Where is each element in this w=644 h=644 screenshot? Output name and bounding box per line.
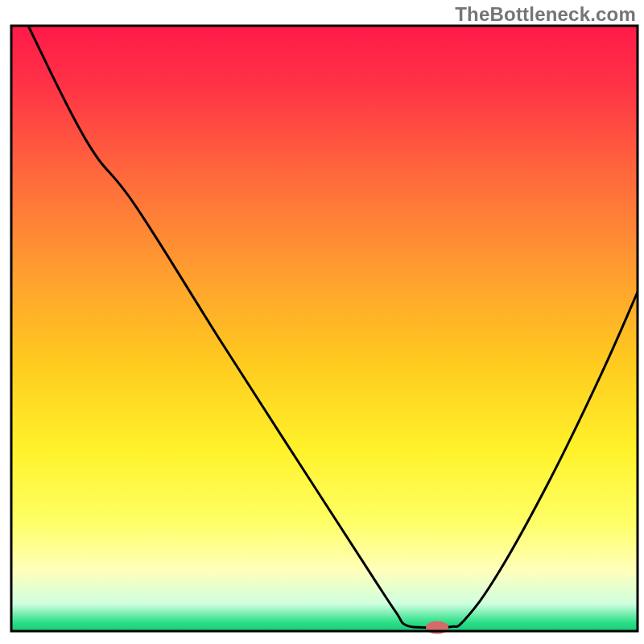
- bottleneck-chart: [0, 0, 644, 644]
- chart-background: [11, 26, 638, 631]
- chart-container: TheBottleneck.com: [0, 0, 644, 644]
